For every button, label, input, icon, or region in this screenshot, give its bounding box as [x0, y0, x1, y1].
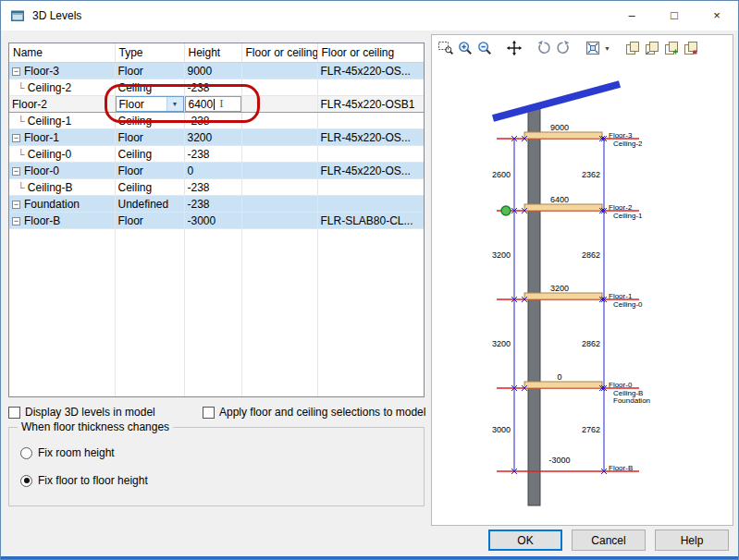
column-header-height[interactable]: Height — [184, 43, 241, 63]
collapse-minus-icon[interactable]: − — [12, 167, 20, 176]
cell-floor-or-ceiling-material[interactable] — [317, 146, 424, 163]
chevron-down-icon[interactable]: ▼ — [166, 97, 183, 111]
cell-name[interactable]: −Floor-B — [9, 213, 115, 229]
collapse-minus-icon[interactable]: − — [12, 201, 20, 209]
checkbox-display-3d-levels[interactable]: Display 3D levels in model — [8, 406, 155, 419]
table-row-ceiling-1[interactable]: └Ceiling-1Ceiling-238 — [9, 113, 424, 129]
cell-height[interactable]: -238 — [184, 113, 241, 129]
cell-type[interactable]: Ceiling — [115, 146, 184, 163]
cell-floor-or-ceiling-material[interactable] — [317, 179, 424, 196]
ok-button[interactable]: OK — [488, 530, 562, 551]
column-header-floor-or-ceiling[interactable]: Floor or ceiling... — [241, 43, 317, 63]
cell-floor-or-ceiling-material[interactable]: FLR-45x220-OS... — [317, 129, 424, 146]
cell-floor-or-ceiling[interactable] — [241, 179, 317, 196]
cell-type[interactable]: Undefined — [115, 196, 184, 213]
levels-table[interactable]: NameTypeHeightFloor or ceiling...Floor o… — [8, 43, 425, 397]
collapse-minus-icon[interactable]: − — [12, 134, 20, 142]
radio-fix-room-height[interactable]: Fix room height — [20, 446, 115, 459]
cell-floor-or-ceiling[interactable] — [241, 113, 317, 129]
table-row-ceiling-0[interactable]: └Ceiling-0Ceiling-238 — [9, 146, 424, 163]
type-combobox[interactable]: Floor▼ — [116, 96, 184, 112]
table-row-floor-2[interactable]: Floor-2Floor▼6400IFLR-45x220-OSB1 — [9, 96, 424, 113]
cell-type[interactable]: Floor — [115, 129, 184, 146]
cell-floor-or-ceiling[interactable] — [241, 63, 317, 79]
zoom-extents-icon[interactable] — [583, 39, 602, 58]
cell-floor-or-ceiling-material[interactable]: FLR-45x220-OSB1 — [317, 96, 424, 113]
cell-height[interactable]: 0 — [184, 163, 241, 179]
table-row-floor-3[interactable]: −Floor-3Floor9000FLR-45x220-OS... — [9, 63, 424, 79]
zoom-window-icon[interactable] — [436, 39, 455, 58]
cell-height[interactable]: -238 — [184, 179, 241, 196]
svg-text:2362: 2362 — [582, 170, 600, 179]
cell-type[interactable]: Ceiling — [115, 79, 184, 96]
table-row-floor-b[interactable]: −Floor-BFloor-3000FLR-SLAB80-CL... — [9, 213, 424, 229]
collapse-minus-icon[interactable]: − — [12, 217, 20, 225]
cell-floor-or-ceiling[interactable] — [241, 129, 317, 146]
cell-floor-or-ceiling[interactable] — [241, 213, 317, 229]
minimize-icon[interactable]: – — [610, 1, 653, 30]
zoom-in-icon[interactable] — [455, 39, 474, 58]
cell-floor-or-ceiling-material[interactable] — [317, 79, 424, 96]
cell-floor-or-ceiling-material[interactable]: FLR-45x220-OS... — [317, 63, 424, 79]
copy-1-icon[interactable] — [622, 39, 642, 58]
levels-preview-panel[interactable]: ▼ 9000Floor-3Ceiling-26400Floor-2Ceiling… — [431, 34, 733, 526]
svg-text:6400: 6400 — [550, 195, 569, 204]
cell-floor-or-ceiling[interactable] — [241, 146, 317, 163]
cell-name[interactable]: └Ceiling-1 — [9, 113, 115, 129]
cell-name[interactable]: −Floor-0 — [9, 163, 115, 179]
column-header-name[interactable]: Name — [9, 43, 115, 63]
cell-height[interactable]: 3200 — [184, 129, 241, 146]
column-header-floor-or-ceiling[interactable]: Floor or ceiling — [317, 43, 424, 63]
cell-height[interactable]: 9000 — [184, 63, 241, 79]
cell-height[interactable]: -238 — [184, 196, 241, 213]
cell-height[interactable]: -3000 — [184, 213, 241, 229]
collapse-minus-icon[interactable]: − — [12, 67, 20, 76]
cell-floor-or-ceiling-material[interactable]: FLR-45x220-OS... — [317, 163, 424, 179]
cell-floor-or-ceiling-material[interactable] — [317, 196, 424, 213]
radio-fix-floor-to-floor-height[interactable]: Fix floor to floor height — [20, 474, 148, 487]
cell-floor-or-ceiling[interactable] — [241, 96, 317, 113]
maximize-icon[interactable]: □ — [653, 1, 696, 30]
cancel-button[interactable]: Cancel — [572, 530, 646, 551]
table-row-floor-1[interactable]: −Floor-1Floor3200FLR-45x220-OS... — [9, 129, 424, 146]
cell-type[interactable]: Floor — [115, 213, 184, 229]
cell-floor-or-ceiling[interactable] — [241, 163, 317, 179]
cell-height[interactable]: -238 — [184, 146, 241, 163]
copy-4-icon[interactable] — [681, 39, 700, 58]
height-input[interactable]: 6400I — [185, 96, 241, 112]
cell-type[interactable]: Floor — [115, 63, 184, 79]
zoom-out-icon[interactable] — [474, 39, 494, 58]
table-row-ceiling-b[interactable]: └Ceiling-BCeiling-238 — [9, 179, 424, 196]
cell-name[interactable]: └Ceiling-B — [9, 179, 115, 196]
cell-floor-or-ceiling-material[interactable] — [317, 113, 424, 129]
cell-floor-or-ceiling[interactable] — [241, 196, 317, 213]
table-row-ceiling-2[interactable]: └Ceiling-2Ceiling-238 — [9, 79, 424, 96]
cell-type[interactable]: Floor▼ — [115, 96, 184, 113]
levels-elevation-diagram[interactable]: 9000Floor-3Ceiling-26400Floor-2Ceiling-1… — [432, 61, 733, 523]
cell-height[interactable]: 6400I — [184, 96, 241, 113]
table-row-floor-0[interactable]: −Floor-0Floor0FLR-45x220-OS... — [9, 163, 424, 179]
checkbox-apply-selections[interactable]: Apply floor and ceiling selections to mo… — [203, 406, 425, 419]
cell-name[interactable]: └Ceiling-0 — [9, 146, 115, 163]
column-header-type[interactable]: Type — [115, 43, 184, 63]
close-icon[interactable]: × — [696, 1, 738, 30]
cell-name[interactable]: −Floor-3 — [9, 63, 115, 79]
cell-floor-or-ceiling-material[interactable]: FLR-SLAB80-CL... — [317, 213, 424, 229]
rotate-ccw-icon[interactable] — [534, 39, 553, 58]
cell-name[interactable]: └Ceiling-2 — [9, 79, 115, 96]
cell-type[interactable]: Floor — [115, 163, 184, 179]
help-button[interactable]: Help — [655, 530, 729, 551]
table-row-foundation[interactable]: −FoundationUndefined-238 — [9, 196, 424, 213]
copy-3-icon[interactable] — [661, 39, 681, 58]
copy-2-icon[interactable] — [642, 39, 661, 58]
pan-icon[interactable] — [504, 39, 523, 58]
cell-type[interactable]: Ceiling — [115, 113, 184, 129]
cell-name[interactable]: −Foundation — [9, 196, 115, 213]
cell-name[interactable]: Floor-2 — [9, 96, 115, 113]
rotate-cw-icon[interactable] — [553, 39, 573, 58]
cell-floor-or-ceiling[interactable] — [241, 79, 317, 96]
zoom-tool-dropdown-icon[interactable]: ▼ — [602, 39, 612, 58]
cell-name[interactable]: −Floor-1 — [9, 129, 115, 146]
cell-height[interactable]: -238 — [184, 79, 241, 96]
cell-type[interactable]: Ceiling — [115, 179, 184, 196]
